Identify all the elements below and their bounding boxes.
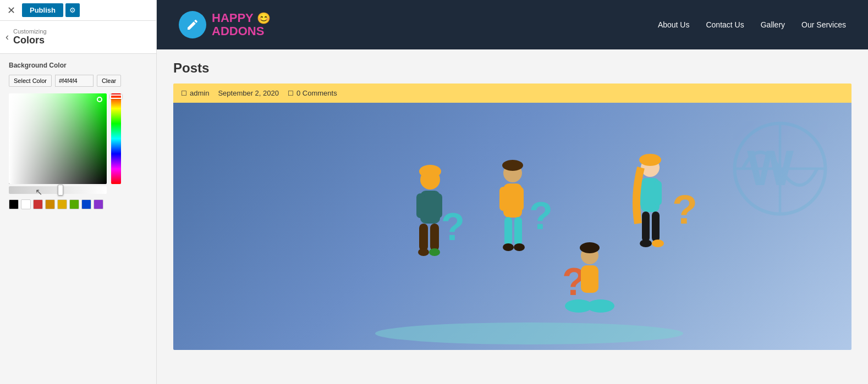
clear-color-button[interactable]: Clear (97, 75, 121, 87)
top-bar: ✕ Publish ⚙ (0, 0, 156, 21)
back-button[interactable]: ‹ (6, 31, 9, 43)
nav-gallery[interactable]: Gallery (761, 20, 785, 29)
user-icon: ☐ (181, 90, 187, 97)
svg-rect-17 (504, 217, 512, 246)
svg-point-28 (580, 242, 600, 253)
post-comments: ☐ 0 Comments (288, 89, 337, 97)
panel-title: Colors (13, 35, 47, 46)
svg-rect-16 (516, 187, 524, 211)
post-date: September 2, 2020 (218, 89, 279, 97)
alpha-handle (58, 185, 63, 196)
swatch-red[interactable] (33, 199, 43, 209)
logo-icon (179, 11, 206, 38)
svg-point-19 (503, 243, 514, 251)
section-label: Background Color (9, 62, 147, 69)
swatch-orange[interactable] (45, 199, 55, 209)
svg-point-36 (652, 240, 664, 247)
post-meta-bar: ☐ admin September 2, 2020 ☐ 0 Comments (173, 84, 851, 103)
color-picker-area (9, 93, 147, 194)
gear-button[interactable]: ⚙ (65, 3, 80, 17)
nav-services[interactable]: Our Services (801, 20, 846, 29)
select-color-button[interactable]: Select Color (9, 75, 52, 87)
svg-rect-15 (499, 187, 507, 211)
color-controls: Select Color Clear (9, 75, 147, 87)
logo-happy: HAPPY 😊 (212, 12, 271, 25)
logo-area: HAPPY 😊 ADDONS (179, 11, 271, 38)
svg-rect-8 (430, 224, 439, 251)
swatch-white[interactable] (21, 199, 31, 209)
post-card: ☐ admin September 2, 2020 ☐ 0 Comments (173, 84, 851, 350)
svg-rect-33 (642, 212, 650, 242)
author-name: admin (190, 89, 209, 97)
svg-rect-5 (416, 193, 425, 218)
swatch-green[interactable] (69, 199, 79, 209)
panel-header: ‹ Customizing Colors (0, 21, 156, 54)
post-image: W (173, 103, 851, 350)
svg-rect-18 (514, 217, 522, 246)
svg-rect-7 (419, 224, 428, 251)
svg-point-35 (640, 240, 652, 247)
svg-point-20 (514, 243, 525, 251)
logo-text: HAPPY 😊 ADDONS (212, 12, 271, 38)
site-header: HAPPY 😊 ADDONS About Us Contact Us Galle… (157, 0, 868, 49)
panel-content: Background Color Select Color Clear (0, 54, 156, 384)
svg-text:?: ? (441, 205, 465, 248)
alpha-slider-container (9, 186, 107, 194)
spectrum-indicator (110, 94, 122, 99)
color-gradient-box[interactable] (9, 93, 107, 184)
svg-point-2 (375, 322, 683, 344)
nav-contact[interactable]: Contact Us (706, 20, 744, 29)
color-swatches (9, 199, 147, 209)
svg-text:?: ? (529, 194, 553, 237)
panel-sub-label: Customizing (13, 28, 47, 35)
svg-rect-34 (652, 212, 660, 242)
svg-point-11 (419, 165, 441, 178)
publish-button[interactable]: Publish (22, 3, 63, 17)
color-spectrum-bar[interactable] (111, 93, 121, 184)
svg-text:?: ? (672, 186, 697, 232)
main-content: HAPPY 😊 ADDONS About Us Contact Us Galle… (157, 0, 868, 384)
logo-addons: ADDONS (212, 25, 271, 38)
wordpress-watermark: W (730, 119, 829, 220)
site-nav: About Us Contact Us Gallery Our Services (658, 20, 846, 29)
svg-point-21 (502, 160, 523, 171)
swatch-blue[interactable] (81, 199, 91, 209)
color-hex-input[interactable] (55, 75, 94, 87)
svg-text:W: W (747, 141, 794, 196)
post-author: ☐ admin (181, 89, 209, 97)
svg-rect-32 (654, 181, 662, 205)
swatch-yellow[interactable] (57, 199, 67, 209)
svg-point-9 (418, 248, 429, 256)
page-title: Posts (173, 60, 851, 76)
alpha-slider[interactable] (9, 186, 107, 194)
page-content: Posts ☐ admin September 2, 2020 ☐ 0 Comm… (157, 49, 868, 384)
swatch-black[interactable] (9, 199, 19, 209)
comment-icon: ☐ (288, 90, 294, 97)
nav-about[interactable]: About Us (658, 20, 690, 29)
svg-point-27 (587, 299, 614, 313)
gradient-picker-circle (97, 97, 102, 102)
illustration: ? ? ? (293, 114, 733, 350)
left-panel: ✕ Publish ⚙ ‹ Customizing Colors Backgro… (0, 0, 157, 384)
close-button[interactable]: ✕ (4, 4, 18, 17)
svg-point-10 (429, 248, 440, 256)
comment-count: 0 Comments (296, 89, 337, 97)
svg-point-37 (639, 154, 661, 166)
swatch-purple[interactable] (94, 199, 103, 209)
svg-rect-25 (581, 265, 598, 293)
